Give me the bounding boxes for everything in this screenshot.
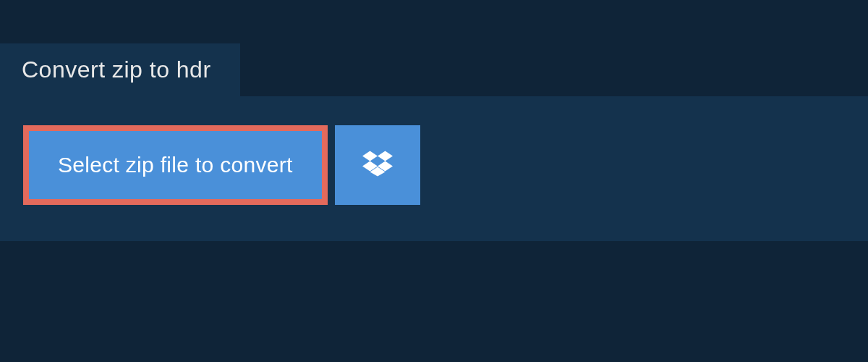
tab-convert[interactable]: Convert zip to hdr [0, 43, 240, 96]
select-file-button[interactable]: Select zip file to convert [23, 125, 328, 205]
button-row: Select zip file to convert [23, 125, 845, 205]
converter-panel: Select zip file to convert [0, 96, 868, 241]
dropbox-button[interactable] [335, 125, 420, 205]
select-file-label: Select zip file to convert [58, 153, 293, 177]
dropbox-icon [362, 148, 393, 182]
tab-title: Convert zip to hdr [22, 56, 211, 83]
tab-bar: Convert zip to hdr [0, 0, 868, 96]
